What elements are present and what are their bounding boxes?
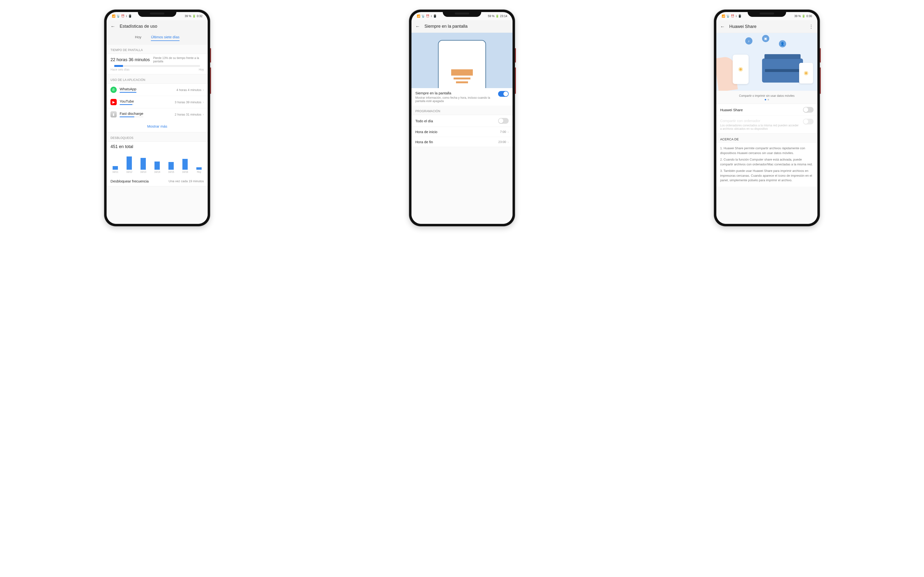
pc-share-title: Compartir con ordenador [720,119,800,123]
battery-icon: 🔋 [802,15,805,18]
end-value: 23:00 [498,140,506,144]
app-row-whatsapp[interactable]: ✆ WhatsApp 4 horas 4 minutos › [107,84,208,96]
share-caption: Compartir o imprimir sin usar datos móvi… [716,91,817,99]
screen-time-card: 22 horas 36 minutos Pierde 13% de su tie… [107,54,208,74]
start-time-row[interactable]: Hora de inicio 7:00 › [411,127,513,137]
pc-share-toggle [803,119,813,124]
printer-icon [762,58,803,82]
alarm-icon: ⏰ [426,15,429,18]
unlocks-total: 451 en total [107,142,208,152]
battery-icon: 🔋 [495,15,499,18]
dot-1[interactable] [765,99,766,100]
phone-share: 📶 📡 ⏰ ᚼ 📳 39 % 🔋 0:30 ← Huawei Share ⋮ ♪ [714,10,820,226]
all-day-toggle[interactable] [498,118,509,124]
youtube-icon: ▶ [111,99,117,105]
aod-illustration [411,33,513,88]
status-bar: 📶 📡 ⏰ ᚼ 📳 39 % 🔋 0:30 [716,12,817,20]
app-row-fastdischarge[interactable]: ▮ Fast discharge 2 horas 31 minutos › [107,108,208,120]
huawei-share-row[interactable]: Huawei Share [716,104,817,116]
header: ← Estadísticas de uso Hoy Últimos siete … [107,20,208,45]
phone-aod: 📶 📡 ⏰ ᚼ 📳 59 % 🔋 23:14 ← Siempre en la p… [409,10,515,226]
end-time-row[interactable]: Hora de fin 23:00 › [411,137,513,147]
screen: 📶 📡 ⏰ ᚼ 📳 39 % 🔋 0:32 ← Estadísticas de … [107,12,208,224]
phone-held-icon [733,55,749,84]
bar-start-label: Hace seis días [111,68,129,71]
start-label: Hora de inicio [415,130,437,134]
bluetooth-icon: ᚼ [735,15,737,18]
huawei-share-label: Huawei Share [720,108,743,112]
app-time: 2 horas 31 minutos [175,113,201,116]
image-icon: ▣ [762,35,769,42]
content[interactable]: Siempre en la pantalla Mostrar informaci… [411,33,513,224]
share-toggles-card: Huawei Share Compartir con ordenador Los… [716,104,817,134]
tablet-icon [799,63,813,84]
unlocks-chart: 10/1110/1210/1310/1410/1510/16Hoy [107,152,208,173]
back-icon[interactable]: ← [111,24,115,29]
music-note-icon: ♪ [745,37,752,45]
more-icon[interactable]: ⋮ [809,24,813,29]
page-title: Huawei Share [730,24,804,29]
app-usage-card: ✆ WhatsApp 4 horas 4 minutos › ▶ [107,84,208,132]
show-more-button[interactable]: Mostrar más [107,120,208,132]
battery-text: 39 % [185,15,191,18]
alarm-icon: ⏰ [731,15,734,18]
page-title: Siempre en la pantalla [424,24,509,29]
clock-text: 0:32 [197,15,202,18]
wifi-icon: 📡 [726,15,730,18]
huawei-share-toggle[interactable] [803,107,813,113]
screen-time-value: 22 horas 36 minutos [111,57,149,62]
app-name: WhatsApp [120,87,136,91]
battery-text: 59 % [488,15,495,18]
about-label: ACERCA DE [716,134,817,143]
all-day-row[interactable]: Todo el día [411,115,513,127]
chevron-right-icon: › [508,130,509,134]
clock-text: 0:30 [806,15,812,18]
vibrate-icon: 📳 [128,15,132,18]
aod-toggle-row[interactable]: Siempre en la pantalla Mostrar informaci… [411,88,513,106]
chevron-right-icon: › [203,88,204,92]
carousel-dots[interactable] [716,99,817,104]
status-bar: 📶 📡 ⏰ ᚼ 📳 59 % 🔋 23:14 [411,12,513,20]
app-time: 4 horas 4 minutos [177,88,201,92]
contact-icon: 👤 [779,40,786,47]
vibrate-icon: 📳 [433,15,437,18]
unlock-freq-value: Una vez cada 19 minutos [169,179,204,183]
unlock-frequency-row[interactable]: Desbloquear frecuencia Una vez cada 19 m… [107,176,208,186]
chevron-right-icon: › [203,100,204,104]
app-time: 3 horas 39 minutos [175,100,201,104]
unlock-freq-label: Desbloquear frecuencia [111,179,148,183]
alarm-icon: ⏰ [121,15,125,18]
aod-toggle[interactable] [498,91,509,97]
pc-share-desc: Los ordenadores conectados a la misma re… [720,124,800,131]
header: ← Huawei Share ⋮ [716,20,817,33]
wifi-icon: 📡 [421,15,425,18]
tab-week[interactable]: Últimos siete días [151,35,179,41]
header: ← Siempre en la pantalla [411,20,513,33]
battery-app-icon: ▮ [111,111,117,118]
content[interactable]: TIEMPO DE PANTALLA 22 horas 36 minutos P… [107,45,208,224]
bluetooth-icon: ᚼ [431,15,432,18]
about-p1: 1. Huawei Share permite compartir archiv… [720,146,813,155]
about-p2: 2. Cuando la función Computer share está… [720,157,813,167]
vibrate-icon: 📳 [738,15,742,18]
app-row-youtube[interactable]: ▶ YouTube 3 horas 39 minutos › [107,96,208,108]
start-value: 7:00 [500,130,506,134]
bar-end-label: Hoy [199,68,204,71]
app-name: YouTube [120,99,134,103]
screen: 📶 📡 ⏰ ᚼ 📳 39 % 🔋 0:30 ← Huawei Share ⋮ ♪ [716,12,817,224]
back-icon[interactable]: ← [720,24,725,29]
about-p3: 3. También puede usar Huawei Share para … [720,169,813,183]
back-icon[interactable]: ← [415,24,420,29]
dot-2[interactable] [768,99,769,100]
pc-share-row: Compartir con ordenador Los ordenadores … [716,116,817,133]
tabs: Hoy Últimos siete días [107,32,208,44]
battery-text: 39 % [794,15,801,18]
app-usage-label: USO DE LA APLICACIÓN [107,74,208,84]
schedule-label: PROGRAMACIÓN [411,106,513,115]
clock-text: 23:14 [500,15,507,18]
screen-time-note: Pierde 13% de su tiempo frente a la pant… [153,56,204,63]
content[interactable]: ♪ ▣ 👤 Compartir o imprimir sin usar dato… [716,33,817,224]
chevron-right-icon: › [203,113,204,116]
signal-icon: 📶 [722,15,725,18]
tab-today[interactable]: Hoy [135,35,141,41]
